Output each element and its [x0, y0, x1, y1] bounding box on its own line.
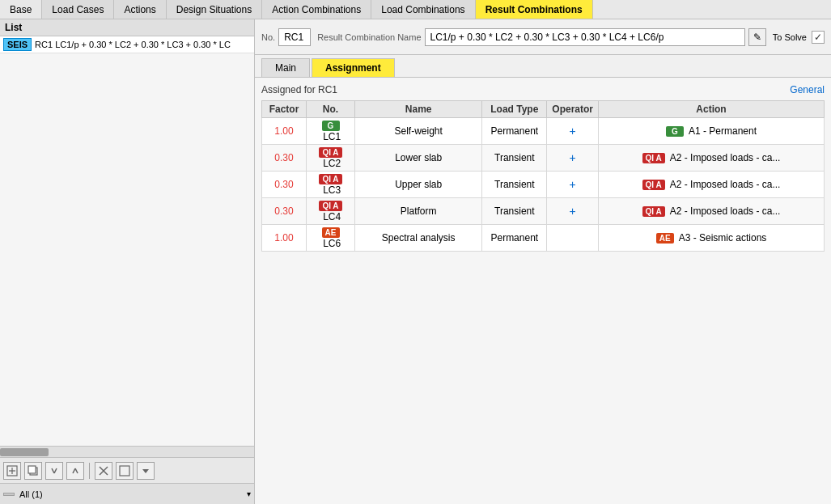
cell-name: Platform [355, 198, 482, 225]
table-row[interactable]: 0.30 QI A LC2 Lower slab Transient + QI … [262, 145, 825, 172]
main-layout: List SEIS RC1 LC1/p + 0.30 * LC2 + 0.30 … [0, 19, 831, 504]
table-row[interactable]: 1.00 G LC1 Self-weight Permanent + G A1 … [262, 118, 825, 145]
cell-action: QI A A2 - Imposed loads - ca... [599, 172, 825, 198]
scrollbar-thumb [0, 448, 49, 456]
table-row[interactable]: 0.30 QI A LC4 Platform Transient + QI A … [262, 198, 825, 225]
horizontal-scrollbar[interactable] [0, 446, 254, 457]
cell-no: QI A LC3 [307, 172, 355, 198]
action-badge-icon: QI A [642, 153, 665, 163]
badge-icon: QI A [319, 201, 341, 211]
tab-action-combinations[interactable]: Action Combinations [262, 0, 371, 19]
svg-line-5 [52, 468, 54, 473]
filter-badge [3, 493, 15, 496]
cell-no: G LC1 [307, 118, 355, 145]
cell-factor: 0.30 [262, 172, 307, 198]
cell-load-type: Transient [482, 172, 547, 198]
table-header-row: Factor No. Name Load Type Operator Actio… [262, 101, 825, 118]
tab-base[interactable]: Base [0, 0, 42, 19]
tab-result-combinations[interactable]: Result Combinations [476, 0, 593, 19]
toolbar-separator [89, 463, 90, 479]
sub-tabs: Main Assignment [255, 55, 831, 78]
cell-name: Upper slab [355, 172, 482, 198]
cell-operator: + [547, 172, 599, 198]
cell-action: G A1 - Permanent [599, 118, 825, 145]
name-value: LC1/p + 0.30 * LC2 + 0.30 * LC3 + 0.30 *… [425, 28, 745, 46]
table-row[interactable]: 1.00 AE LC6 Spectral analysis Permanent … [262, 225, 825, 252]
cell-action: QI A A2 - Imposed loads - ca... [599, 198, 825, 225]
to-solve-label: To Solve [773, 32, 807, 42]
action-badge-icon: AE [656, 233, 674, 244]
cell-factor: 0.30 [262, 198, 307, 225]
toolbar-add-button[interactable] [3, 462, 21, 480]
cell-operator: + [547, 145, 599, 172]
left-panel: List SEIS RC1 LC1/p + 0.30 * LC2 + 0.30 … [0, 19, 255, 504]
cell-operator [547, 225, 599, 252]
col-load-type: Load Type [482, 101, 547, 118]
assignment-table: Factor No. Name Load Type Operator Actio… [261, 100, 825, 252]
col-action: Action [599, 101, 825, 118]
tab-design-situations[interactable]: Design Situations [167, 0, 262, 19]
cell-action: AE A3 - Seismic actions [599, 225, 825, 252]
general-link[interactable]: General [790, 84, 825, 95]
name-label: Result Combination Name [317, 32, 421, 42]
toolbar-more-button[interactable] [137, 462, 155, 480]
toolbar-delete-button[interactable] [95, 462, 112, 480]
table-row[interactable]: 0.30 QI A LC3 Upper slab Transient + QI … [262, 172, 825, 198]
to-solve-section: To Solve [773, 31, 825, 44]
filter-text: All (1) [19, 489, 247, 499]
assignment-area: Assigned for RC1 General Factor No. Name… [255, 78, 831, 504]
action-badge-icon: G [666, 126, 684, 137]
action-badge-icon: QI A [642, 206, 665, 217]
toolbar-move-down-button[interactable] [45, 462, 63, 480]
list-header: List [0, 19, 254, 36]
toolbar-duplicate-button[interactable] [24, 462, 42, 480]
badge-icon: QI A [319, 174, 341, 184]
svg-line-7 [73, 468, 75, 473]
filter-arrow-icon[interactable]: ▾ [247, 489, 251, 498]
badge-icon: G [322, 121, 340, 131]
cell-factor: 1.00 [262, 225, 307, 252]
name-field-group: Result Combination Name LC1/p + 0.30 * L… [317, 28, 766, 46]
seis-badge: SEIS [3, 38, 32, 51]
bottom-filter: All (1) ▾ [0, 483, 254, 504]
cell-no: QI A LC4 [307, 198, 355, 225]
tab-load-combinations[interactable]: Load Combinations [371, 0, 475, 19]
list-item-text: RC1 LC1/p + 0.30 * LC2 + 0.30 * LC3 + 0.… [35, 40, 231, 49]
svg-rect-11 [120, 466, 129, 476]
to-solve-checkbox[interactable] [812, 31, 825, 44]
cell-no: AE LC6 [307, 225, 355, 252]
tab-actions[interactable]: Actions [114, 0, 166, 19]
cell-name: Spectral analysis [355, 225, 482, 252]
cell-factor: 0.30 [262, 145, 307, 172]
cell-load-type: Permanent [482, 118, 547, 145]
cell-load-type: Transient [482, 198, 547, 225]
svg-line-8 [75, 468, 78, 473]
toolbar-move-up-button[interactable] [66, 462, 84, 480]
cell-action: QI A A2 - Imposed loads - ca... [599, 145, 825, 172]
toolbar-view-button[interactable] [116, 462, 134, 480]
cell-operator: + [547, 198, 599, 225]
edit-button[interactable]: ✎ [748, 28, 766, 46]
cell-no: QI A LC2 [307, 145, 355, 172]
rc-header: No. RC1 Result Combination Name LC1/p + … [255, 19, 831, 55]
cell-load-type: Transient [482, 145, 547, 172]
list-content: SEIS RC1 LC1/p + 0.30 * LC2 + 0.30 * LC3… [0, 36, 254, 446]
assigned-title: Assigned for RC1 [261, 84, 337, 95]
no-value: RC1 [278, 28, 311, 46]
top-nav: Base Load Cases Actions Design Situation… [0, 0, 831, 19]
action-badge-icon: QI A [642, 180, 665, 190]
assigned-header: Assigned for RC1 General [261, 84, 825, 95]
col-operator: Operator [547, 101, 599, 118]
list-item[interactable]: SEIS RC1 LC1/p + 0.30 * LC2 + 0.30 * LC3… [0, 36, 254, 53]
cell-load-type: Permanent [482, 225, 547, 252]
tab-load-cases[interactable]: Load Cases [42, 0, 114, 19]
cell-operator: + [547, 118, 599, 145]
tab-assignment[interactable]: Assignment [312, 58, 395, 77]
svg-marker-12 [142, 469, 149, 473]
cell-name: Lower slab [355, 145, 482, 172]
tab-main[interactable]: Main [261, 58, 310, 77]
no-field-group: No. RC1 [261, 28, 311, 46]
col-no: No. [307, 101, 355, 118]
badge-icon: AE [322, 227, 340, 238]
no-label: No. [261, 32, 275, 42]
